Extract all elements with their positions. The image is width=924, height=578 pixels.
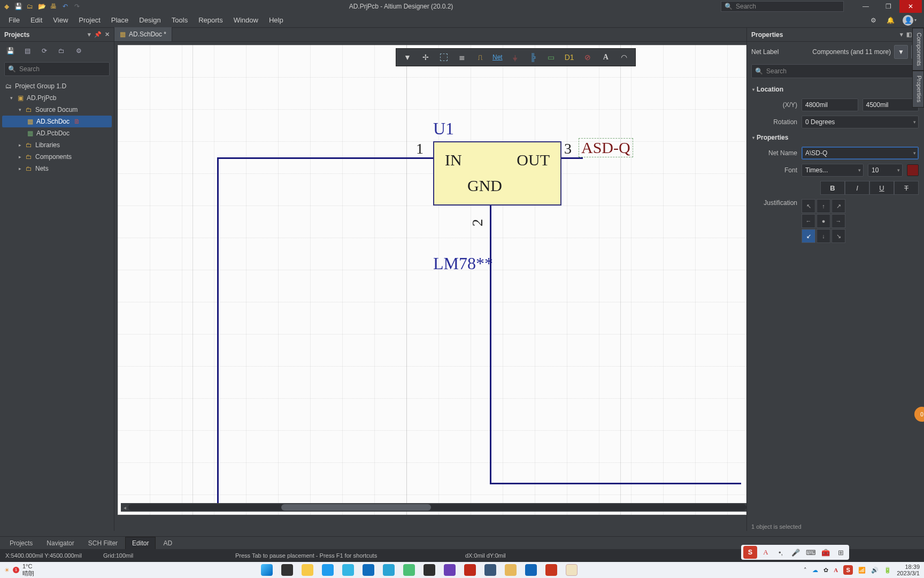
wire[interactable]	[490, 483, 741, 484]
menu-reports[interactable]: Reports	[193, 14, 228, 26]
just-tc[interactable]: ↑	[817, 199, 830, 213]
tab-projects[interactable]: Projects	[3, 537, 39, 549]
vs-icon[interactable]	[444, 564, 456, 576]
menu-view[interactable]: View	[48, 14, 73, 26]
wire[interactable]	[490, 206, 491, 484]
just-mc[interactable]: ●	[817, 214, 830, 228]
app-icon-1[interactable]	[342, 564, 354, 576]
app-icon-6[interactable]	[525, 564, 537, 576]
tree-file-pcbdoc[interactable]: ▦ AD.PcbDoc	[2, 127, 112, 139]
place-bus-icon[interactable]: ╠	[525, 50, 541, 64]
place-text-icon[interactable]: A	[598, 50, 614, 64]
menu-help[interactable]: Help	[264, 14, 289, 26]
just-tr[interactable]: ↗	[831, 199, 845, 213]
ime-toolbar[interactable]: S A •, 🎤 ⌨ 🧰 ⊞	[741, 545, 849, 560]
app-icon-3[interactable]	[424, 564, 435, 576]
rotation-field[interactable]: 0 Degrees▾	[802, 116, 919, 128]
just-tl[interactable]: ↖	[802, 199, 815, 213]
component-body[interactable]: IN OUT GND	[433, 141, 561, 206]
app-icon-2[interactable]	[383, 564, 395, 576]
edge-icon[interactable]	[322, 564, 334, 576]
save-project-icon[interactable]: 💾	[4, 45, 16, 57]
undo-icon[interactable]: ↶	[61, 2, 70, 11]
system-tray[interactable]: ˄ ☁ ✿ A S 📶 🔊 🔋 18:39 2023/3/1	[804, 564, 920, 576]
menu-file[interactable]: File	[3, 14, 25, 26]
ime-keyboard-icon[interactable]: ⌨	[804, 546, 817, 558]
bell-icon[interactable]: 🔔	[886, 16, 895, 25]
schematic-canvas[interactable]: ▼ ✢ ≣ ⎍ Net ⏚ ╠ ▭ D1 ⊘ A ◠ U1 IN	[114, 42, 746, 531]
ime-punct-button[interactable]: •,	[774, 546, 787, 558]
tab-sch-filter[interactable]: SCH Filter	[82, 537, 124, 549]
net-label-selected[interactable]: ASD-Q	[579, 138, 633, 157]
just-bl[interactable]: ↙	[802, 229, 815, 243]
close-button[interactable]: ✕	[899, 0, 922, 13]
menu-window[interactable]: Window	[228, 14, 264, 26]
tree-group[interactable]: 🗂 Project Group 1.D	[2, 80, 112, 92]
panel-pin-icon[interactable]: ◧	[906, 31, 912, 38]
ime-more-icon[interactable]: ⊞	[834, 546, 847, 558]
panel-dropdown-icon[interactable]: ▾	[88, 31, 91, 38]
just-bc[interactable]: ↓	[817, 229, 830, 243]
selection-icon[interactable]	[436, 50, 452, 64]
net-name-field[interactable]: A\SD-Q▾	[802, 147, 919, 159]
justification-grid[interactable]: ↖ ↑ ↗ ← ● → ↙ ↓ ↘	[802, 199, 845, 243]
wechat-icon[interactable]	[403, 564, 415, 576]
settings-gear-icon[interactable]: ⚙	[73, 45, 84, 57]
wire[interactable]	[561, 157, 583, 159]
section-properties[interactable]: ▾Properties	[747, 131, 924, 144]
tree-file-schdoc[interactable]: ▦ AD.SchDoc 🗎	[2, 116, 112, 127]
refresh-icon[interactable]: ⟳	[38, 45, 50, 57]
panel-dropdown-icon[interactable]: ▾	[900, 31, 903, 38]
place-arc-icon[interactable]: ◠	[616, 50, 632, 64]
expand-icon[interactable]: ▾	[9, 95, 14, 101]
menu-tools[interactable]: Tools	[166, 14, 193, 26]
print-icon[interactable]: 🖶	[49, 2, 58, 11]
tree-nets[interactable]: ▸ 🗀 Nets	[2, 163, 112, 174]
sch-active-bar[interactable]: ▼ ✢ ≣ ⎍ Net ⏚ ╠ ▭ D1 ⊘ A ◠	[396, 48, 636, 66]
sogou-tray-icon[interactable]: S	[843, 565, 853, 575]
strikeout-button[interactable]: Ŧ	[894, 181, 919, 195]
save-all-icon[interactable]: 🗂	[26, 2, 34, 11]
doc-tab-schdoc[interactable]: ▦ AD.SchDoc *	[114, 27, 172, 41]
place-directive-icon[interactable]: D1	[561, 50, 578, 64]
place-sheet-icon[interactable]: ▭	[543, 50, 559, 64]
place-noerc-icon[interactable]: ⊘	[580, 50, 596, 64]
battery-icon[interactable]: 🔋	[884, 567, 891, 574]
expand-icon[interactable]: ▸	[17, 154, 22, 159]
ime-tool-icon[interactable]: 🧰	[819, 546, 832, 558]
clock-date[interactable]: 2023/3/1	[897, 570, 920, 576]
place-net-label-icon[interactable]: Net	[490, 50, 505, 64]
explorer-icon[interactable]	[302, 564, 313, 576]
scroll-left-icon[interactable]: ◂	[121, 503, 128, 512]
start-button[interactable]	[261, 564, 273, 576]
menu-project[interactable]: Project	[73, 14, 105, 26]
underline-button[interactable]: U	[869, 181, 894, 195]
panel-close-icon[interactable]: ✕	[105, 31, 110, 38]
compile-icon[interactable]: ▤	[21, 45, 33, 57]
wifi-icon[interactable]: 📶	[858, 567, 866, 574]
clock-time[interactable]: 18:39	[897, 564, 920, 570]
y-field[interactable]: 4500mil	[863, 98, 919, 111]
global-search[interactable]: 🔍 Search	[721, 1, 844, 12]
menu-design[interactable]: Design	[134, 14, 166, 26]
expand-icon[interactable]: ▸	[17, 166, 22, 171]
ime-voice-icon[interactable]: 🎤	[789, 546, 802, 558]
ime-sogou-icon[interactable]: S	[743, 546, 757, 559]
filter-icon[interactable]: ▼	[399, 50, 415, 64]
font-color-swatch[interactable]	[907, 164, 919, 176]
just-ml[interactable]: ←	[802, 214, 815, 228]
maximize-button[interactable]: ❐	[877, 0, 899, 13]
app-icon-4[interactable]	[464, 564, 476, 576]
windows-taskbar[interactable]: ☀ 1 1°C 晴朗 ˄ ☁ ✿ A S 📶 🔊 🔋 18:39	[0, 562, 924, 578]
italic-button[interactable]: I	[845, 181, 869, 195]
taskbar-weather[interactable]: ☀ 1 1°C 晴朗	[4, 563, 34, 577]
onedrive-icon[interactable]: ☁	[812, 567, 818, 574]
app-icon-7[interactable]	[545, 564, 557, 576]
horizontal-scrollbar[interactable]: ◂	[121, 503, 746, 512]
move-icon[interactable]: ✢	[418, 50, 434, 64]
expand-icon[interactable]: ▸	[17, 142, 22, 148]
side-tab-components[interactable]: Components	[912, 28, 924, 71]
redo-icon[interactable]: ↷	[73, 2, 81, 11]
font-family-field[interactable]: Times...▾	[802, 164, 864, 177]
filter-button[interactable]: ▼	[894, 45, 908, 59]
